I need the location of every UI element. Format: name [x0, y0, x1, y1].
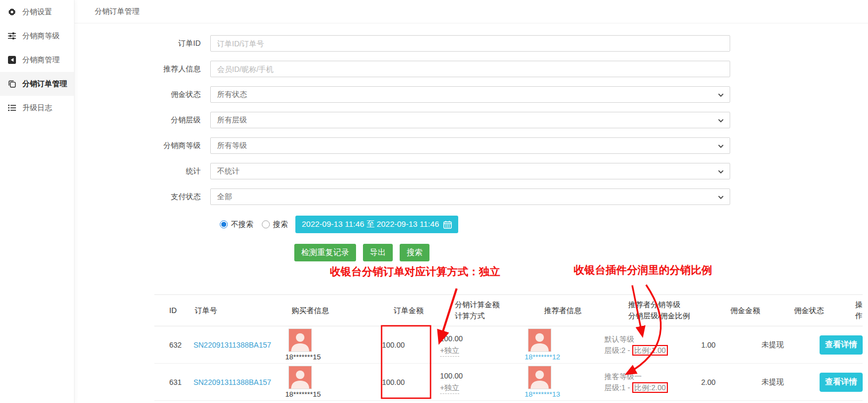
main-content: 分销订单管理 订单ID 推荐人信息 佣金状态 所有状态	[75, 0, 868, 403]
sidebar-item-label: 分销商等级	[22, 31, 60, 41]
ratio-value: 比例:1.00	[632, 345, 668, 356]
sidebar-item-label: 分销订单管理	[22, 79, 67, 89]
referrer-grade-cell: 默认等级 层级:2 - 比例:1.00	[605, 334, 701, 356]
distribution-order-page: 分销设置 分销商等级 分销商管理 分销订单管理 升级日志	[0, 0, 868, 403]
page-title: 分销订单管理	[95, 7, 139, 17]
table-row: 631 SN22091311388BA157 18*******15 100.0…	[154, 364, 863, 401]
chevron-down-icon	[717, 194, 724, 201]
commission-status-label: 佣金状态	[75, 90, 210, 100]
referrer-label: 推荐人信息	[75, 64, 210, 74]
list-icon	[8, 104, 16, 112]
statistics-select[interactable]: 不统计	[210, 163, 730, 179]
view-details-button[interactable]: 查看详情	[820, 373, 863, 392]
referrer-phone-link[interactable]: 18*******12	[525, 353, 605, 361]
buyer-phone: 18*******15	[285, 390, 382, 398]
commission-amount: 2.00	[701, 378, 762, 386]
order-id-label: 订单ID	[75, 39, 210, 48]
ratio-value: 比例:2.00	[632, 382, 668, 393]
order-amount: 100.00	[382, 341, 440, 349]
calc-amount-cell: 100.00 +独立	[440, 370, 525, 394]
payment-status-label: 支付状态	[75, 192, 210, 202]
chevron-down-icon	[717, 92, 724, 98]
distributor-grade-select[interactable]: 所有等级	[210, 137, 730, 154]
chevron-down-icon	[717, 168, 724, 175]
distribution-level-select[interactable]: 所有层级	[210, 112, 730, 128]
page-title-bar: 分销订单管理	[75, 0, 868, 23]
distribution-level-label: 分销层级	[75, 116, 210, 125]
commission-amount: 1.00	[701, 341, 762, 349]
commission-status: 未提现	[762, 340, 820, 350]
sidebar: 分销设置 分销商等级 分销商管理 分销订单管理 升级日志	[0, 0, 75, 403]
chevron-down-icon	[717, 117, 724, 124]
payment-status-select[interactable]: 全部	[210, 188, 730, 205]
check-duplicates-button[interactable]: 检测重复记录	[294, 244, 356, 261]
buyer-phone: 18*******15	[285, 353, 382, 361]
commission-status: 未提现	[762, 377, 820, 387]
calc-method: +独立	[440, 344, 459, 357]
calendar-icon	[443, 220, 452, 229]
orders-table: ID 订单号 购买者信息 订单金额 分销计算金额计算方式 推荐者信息 推荐者分销…	[149, 294, 868, 401]
sidebar-item-distribution-orders[interactable]: 分销订单管理	[0, 72, 74, 96]
referrer-avatar	[528, 328, 551, 352]
sidebar-item-label: 升级日志	[22, 103, 52, 113]
date-range-button[interactable]: 2022-09-13 11:46 至 2022-09-13 11:46	[295, 216, 458, 233]
statistics-label: 统计	[75, 167, 210, 176]
no-search-radio[interactable]: 不搜索	[220, 220, 253, 229]
annotation-calc-method: 收银台分销订单对应计算方式：独立	[330, 265, 500, 279]
referrer-input[interactable]	[211, 61, 730, 77]
commission-status-select[interactable]: 所有状态	[210, 86, 730, 103]
sliders-icon	[8, 32, 16, 40]
annotation-ratio: 收银台插件分润里的分销比例	[574, 263, 712, 277]
referrer-phone-link[interactable]: 18*******13	[525, 390, 605, 398]
sidebar-item-label: 分销设置	[22, 7, 52, 17]
sidebar-item-distribution-settings[interactable]: 分销设置	[0, 0, 74, 24]
distributor-grade-label: 分销商等级	[75, 141, 210, 151]
search-button[interactable]: 搜索	[400, 244, 429, 261]
search-radio[interactable]: 搜索	[262, 220, 288, 229]
gear-icon	[8, 8, 16, 17]
buyer-avatar	[288, 366, 312, 389]
order-id: 632	[169, 341, 193, 349]
copy-icon	[8, 80, 16, 88]
filter-form: 订单ID 推荐人信息 佣金状态 所有状态 分销层级	[75, 23, 868, 261]
order-id: 631	[169, 378, 193, 386]
radio-dot	[262, 220, 270, 228]
order-amount: 100.00	[382, 378, 440, 386]
sidebar-item-distributor-level[interactable]: 分销商等级	[0, 24, 74, 48]
view-details-button[interactable]: 查看详情	[820, 335, 863, 355]
sidebar-item-label: 分销商管理	[22, 55, 60, 65]
order-id-input[interactable]	[211, 36, 730, 51]
order-number-link[interactable]: SN22091311388BA157	[193, 378, 271, 386]
sidebar-item-distributor-management[interactable]: 分销商管理	[0, 48, 74, 72]
table-row: 632 SN22091311388BA157 18*******15 100.0…	[154, 326, 863, 364]
chevron-down-icon	[717, 143, 724, 150]
buyer-avatar	[288, 328, 312, 352]
calc-method: +独立	[440, 382, 459, 394]
calc-amount-cell: 100.00 +独立	[440, 333, 525, 357]
radio-dot	[220, 220, 228, 228]
sidebar-item-upgrade-log[interactable]: 升级日志	[0, 96, 74, 120]
referrer-avatar	[528, 366, 551, 389]
order-number-link[interactable]: SN22091311388BA157	[193, 341, 271, 349]
share-icon	[8, 56, 16, 64]
export-button[interactable]: 导出	[363, 244, 393, 261]
referrer-grade-cell: 推客等级一 层级:1 - 比例:2.00	[605, 371, 701, 393]
table-header-row: ID 订单号 购买者信息 订单金额 分销计算金额计算方式 推荐者信息 推荐者分销…	[154, 294, 863, 326]
